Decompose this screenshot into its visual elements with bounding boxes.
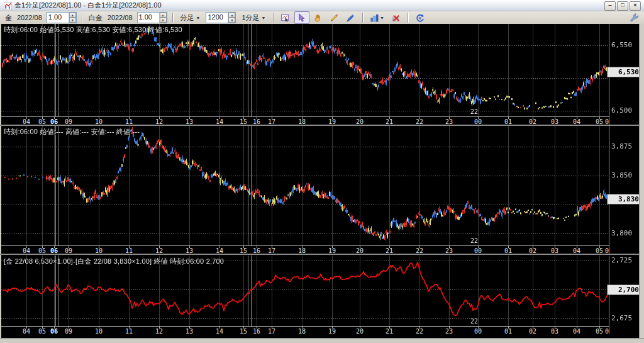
spin-up-icon[interactable]: ▲ <box>160 13 167 18</box>
y-axis-price-label: 3,875 <box>611 142 632 150</box>
spin-down-icon[interactable]: ▼ <box>160 18 167 23</box>
gold-ratio-arrows[interactable]: ▲▼ <box>69 13 76 23</box>
spin-up-icon[interactable]: ▲ <box>69 13 76 18</box>
platinum-ohlc-info: 時刻:06:00 始値:--- 高値:--- 安値:--- 終値:--- <box>4 127 140 137</box>
platinum-ratio-value[interactable]: 1.00 <box>138 13 159 23</box>
toolbar: 金 2022/08 1.00 ▲▼ 白金 2022/08 1.00 ▲▼ 分足 … <box>0 11 644 25</box>
gold-ratio-spinner[interactable]: 1.00 ▲▼ <box>47 12 77 23</box>
y-axis-price-label: 6,500 <box>611 106 632 115</box>
x-tick-label: 19 <box>325 328 339 335</box>
gold-symbol-label: 金 <box>5 13 12 23</box>
platinum-ratio-arrows[interactable]: ▲▼ <box>159 13 167 23</box>
close-button[interactable]: × <box>630 1 641 11</box>
platinum-symbol-label: 白金 <box>89 13 103 23</box>
gold-ohlc-info: 時刻:06:00 始値:6,530 高値:6,530 安値:6,530 終値:6… <box>4 25 182 35</box>
x-tick-label: 18 <box>295 328 309 335</box>
x-tick-label: 17 <box>265 328 279 335</box>
y-axis-price-label: 6,550 <box>611 41 632 49</box>
date-change-label: 22 <box>470 237 478 244</box>
x-tick-label: 02 <box>526 328 540 335</box>
x-tick-label: 16 <box>250 328 264 335</box>
bar-type-dropdown[interactable]: 分足 ▼ <box>179 13 203 23</box>
platinum-y-axis: 3,8753,8503,8003,830 <box>609 126 640 254</box>
refresh-button[interactable]: R <box>413 11 428 24</box>
x-tick-label: 20 <box>353 328 367 335</box>
spin-down-icon[interactable]: ▼ <box>69 18 76 23</box>
toolbar-separator <box>82 13 83 23</box>
chevron-down-icon: ▼ <box>262 16 266 20</box>
y-axis-price-label: 3,800 <box>611 229 632 237</box>
x-tick-label: 06 <box>47 328 61 335</box>
platinum-chart-plot[interactable] <box>1 126 609 245</box>
current-price-tag: 2,700 <box>607 284 641 295</box>
x-tick-label: 09 <box>62 328 75 335</box>
toolbar-separator <box>172 13 174 23</box>
window-right-frame <box>639 24 644 343</box>
chart-cursor-icon <box>280 13 290 23</box>
spread-formula-info: [金 22/08 6,530×1.00]-[白金 22/08 3,830×1.0… <box>4 257 224 266</box>
x-tick-label: 13 <box>182 328 196 335</box>
spread-y-axis: 2,7252,6752,700 <box>609 256 640 334</box>
gold-x-axis: 0405060910111213141516171819202122230001… <box>1 116 609 125</box>
gold-contract-month: 2022/08 <box>17 14 42 21</box>
spin-up-icon[interactable]: ▲ <box>228 13 235 18</box>
toolbar-separator <box>362 13 364 23</box>
hand-pan-icon <box>313 13 323 23</box>
x-tick-label: 22 <box>413 328 426 335</box>
pencil-draw-icon <box>330 13 339 23</box>
gold-y-axis: 6,5506,5006,530 <box>609 24 640 125</box>
date-change-label: 22 <box>470 318 478 325</box>
x-tick-label: 14 <box>213 328 226 335</box>
refresh-icon: R <box>415 13 425 23</box>
gold-ratio-value[interactable]: 1.00 <box>47 13 69 23</box>
x-tick-label: 01 <box>501 328 515 335</box>
chevron-down-icon: ▼ <box>380 16 384 20</box>
x-tick-label: 23 <box>442 328 456 335</box>
gold-chart-plot[interactable] <box>1 24 609 116</box>
x-tick-label: 21 <box>382 328 396 335</box>
select-arrow-icon <box>297 13 306 23</box>
settings-wrench-icon[interactable] <box>630 13 639 22</box>
platinum-ratio-spinner[interactable]: 1.00 ▲▼ <box>137 12 167 23</box>
chart-style-button[interactable]: ▼ <box>367 11 387 24</box>
pen-line-button[interactable] <box>343 11 358 24</box>
hand-pan-button[interactable] <box>311 11 326 24</box>
spread-x-axis: 0405060910111213141516171819202122230001… <box>1 326 609 335</box>
toolbar-separator <box>273 13 274 23</box>
window-titlebar[interactable]: 金1分足[2022/08]1.00 - 白金1分足[2022/08]1.00 ‒… <box>0 0 644 11</box>
y-axis-price-label: 2,675 <box>611 314 632 322</box>
bar-count-arrows[interactable]: ▲▼ <box>228 13 235 23</box>
x-tick-label: 15 <box>236 328 250 335</box>
bar-count-value[interactable]: 1200 <box>206 13 228 23</box>
bar-count-spinner[interactable]: 1200 ▲▼ <box>206 12 236 23</box>
bar-type-label: 分足 <box>180 13 194 23</box>
app-chart-icon <box>4 1 12 9</box>
period-dropdown[interactable]: 1分足 ▼ <box>240 13 267 23</box>
x-tick-label: 03 <box>548 328 562 335</box>
window-title: 金1分足[2022/08]1.00 - 白金1分足[2022/08]1.00 <box>14 1 162 10</box>
select-tool-button[interactable] <box>294 11 309 24</box>
window-bottom-frame <box>0 338 644 343</box>
minimize-button[interactable]: ‒ <box>604 1 616 11</box>
delete-indicator-icon <box>391 13 401 23</box>
maximize-button[interactable]: □ <box>617 1 628 11</box>
x-tick-label: 04 <box>19 328 33 335</box>
platinum-x-axis: 0405060910111213141516171819202122230001… <box>1 245 609 254</box>
pencil-draw-button[interactable] <box>327 11 342 24</box>
toolbar-separator <box>408 13 409 23</box>
current-price-tag: 3,830 <box>607 194 641 205</box>
platinum-contract-month: 2022/08 <box>108 14 133 21</box>
x-tick-label: 10 <box>92 328 106 335</box>
bar-chart-style-icon <box>370 13 379 23</box>
current-price-tag: 6,530 <box>607 67 641 77</box>
panel-separator[interactable] <box>0 254 639 255</box>
delete-indicator-button[interactable] <box>389 11 404 24</box>
x-tick-label: 04 <box>570 328 584 335</box>
date-change-label: 22 <box>470 108 478 115</box>
spin-down-icon[interactable]: ▼ <box>228 18 235 23</box>
chart-cursor-button[interactable] <box>278 11 293 24</box>
chevron-down-icon: ▼ <box>196 16 201 20</box>
period-label: 1分足 <box>242 13 259 23</box>
x-tick-label: 00 <box>471 328 485 335</box>
x-tick-label: 06 <box>602 328 609 335</box>
